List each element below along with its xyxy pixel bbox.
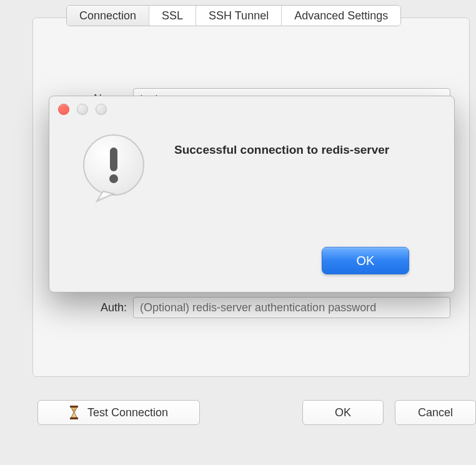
auth-label: Auth:	[33, 301, 133, 314]
settings-tabs: Connection SSL SSH Tunnel Advanced Setti…	[66, 5, 401, 26]
tab-connection[interactable]: Connection	[67, 6, 149, 26]
svg-rect-0	[70, 406, 78, 408]
test-connection-button[interactable]: Test Connection	[37, 400, 200, 425]
dialog-message: Successful connection to redis-server	[174, 143, 389, 157]
cancel-button[interactable]: Cancel	[395, 400, 476, 425]
close-icon[interactable]	[58, 104, 69, 115]
svg-rect-3	[110, 148, 117, 171]
success-dialog: Successful connection to redis-server OK	[49, 96, 455, 292]
dialog-ok-button[interactable]: OK	[322, 247, 409, 274]
minimize-icon[interactable]	[77, 104, 88, 115]
tab-advanced-settings[interactable]: Advanced Settings	[282, 6, 400, 26]
tab-ssh-tunnel[interactable]: SSH Tunnel	[196, 6, 282, 26]
maximize-icon[interactable]	[96, 104, 107, 115]
exclamation-icon	[79, 134, 151, 206]
hourglass-icon	[69, 406, 79, 419]
ok-button[interactable]: OK	[302, 400, 384, 425]
svg-rect-1	[70, 418, 78, 419]
window-controls	[58, 104, 107, 115]
svg-point-4	[109, 174, 118, 183]
dialog-footer-buttons: Test Connection OK Cancel	[37, 400, 476, 425]
tab-ssl[interactable]: SSL	[149, 6, 196, 26]
test-connection-label: Test Connection	[87, 406, 168, 419]
auth-input[interactable]	[133, 297, 450, 318]
auth-row: Auth:	[33, 297, 469, 318]
